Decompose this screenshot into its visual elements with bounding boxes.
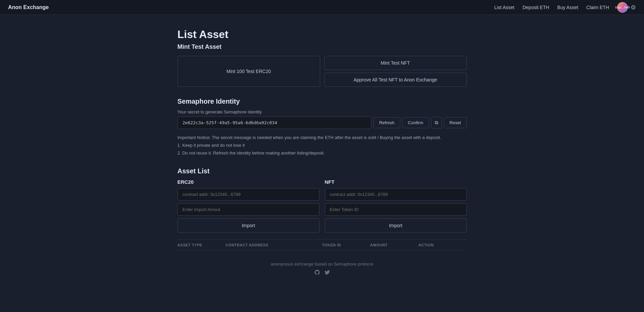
- mint-section-heading: Mint Test Asset: [178, 43, 467, 50]
- col-contract-address: CONTRACT ADDRESS: [226, 243, 322, 247]
- settings-icon[interactable]: ⚙: [631, 4, 636, 11]
- github-icon[interactable]: [314, 269, 320, 277]
- asset-table-header: ASSET TYPE CONTRACT ADDRESS TOKEN ID AMO…: [178, 239, 467, 251]
- erc20-column: ERC20 Import: [178, 179, 319, 233]
- mint-nft-button[interactable]: Mint Test NFT: [324, 56, 467, 70]
- refresh-button[interactable]: Refresh: [373, 117, 400, 128]
- erc20-amount-input[interactable]: [178, 203, 319, 216]
- navbar: Anon Exchange List Asset Deposit ETH Buy…: [0, 0, 644, 15]
- nav-link-buy-asset[interactable]: Buy Asset: [557, 5, 578, 10]
- footer-icons: [178, 269, 467, 277]
- reset-button[interactable]: Reset: [444, 117, 467, 128]
- approve-nft-button[interactable]: Approve All Test NFT to Anon Exchange: [324, 73, 467, 87]
- col-amount: AMOUNT: [370, 243, 418, 247]
- asset-list-heading: Asset List: [178, 167, 467, 175]
- secret-input[interactable]: [178, 116, 372, 129]
- copy-button[interactable]: ⧉: [431, 117, 442, 129]
- semaphore-heading: Semaphore Identity: [178, 98, 467, 105]
- mint-erc20-button[interactable]: Mint 100 Test ERC20: [178, 56, 320, 87]
- page-title: List Asset: [178, 28, 467, 41]
- mint-right-buttons: Mint Test NFT Approve All Test NFT to An…: [324, 56, 467, 87]
- semaphore-notice: Important Notice: The secret message is …: [178, 134, 467, 157]
- wallet-address: 0xa2...54f6: [615, 6, 630, 9]
- nav-link-list-asset[interactable]: List Asset: [494, 5, 515, 10]
- nft-label: NFT: [325, 179, 467, 185]
- asset-columns: ERC20 Import NFT Import: [178, 179, 467, 233]
- copy-icon: ⧉: [435, 120, 438, 125]
- secret-field-label: Your secret to generate Semaphore Identi…: [178, 109, 467, 114]
- erc20-contract-input[interactable]: [178, 188, 319, 201]
- main-content: List Asset Mint Test Asset Mint 100 Test…: [171, 15, 473, 302]
- avatar[interactable]: 0xa2...54f6: [617, 2, 628, 13]
- mint-button-row: Mint 100 Test ERC20 Mint Test NFT Approv…: [178, 56, 467, 87]
- confirm-button[interactable]: Confirm: [402, 117, 429, 128]
- nav-link-deposit-eth[interactable]: Deposit ETH: [523, 5, 549, 10]
- col-token-id: TOKEN ID: [322, 243, 370, 247]
- nav-link-claim-eth[interactable]: Claim ETH: [586, 5, 609, 10]
- secret-row: Refresh Confirm ⧉ Reset: [178, 116, 467, 129]
- nav-brand[interactable]: Anon Exchange: [8, 4, 49, 10]
- footer-text: anonymous exhcange based on Semaphore pr…: [271, 262, 373, 267]
- erc20-label: ERC20: [178, 179, 319, 185]
- notice-line3: 2. Do not reuse it. Refresh the identity…: [178, 150, 467, 157]
- notice-line1: Important Notice: The secret message is …: [178, 134, 467, 141]
- nft-contract-input[interactable]: [325, 188, 467, 201]
- footer: anonymous exhcange based on Semaphore pr…: [178, 251, 467, 282]
- nav-links: List Asset Deposit ETH Buy Asset Claim E…: [494, 2, 636, 13]
- mint-section: Mint Test Asset Mint 100 Test ERC20 Mint…: [178, 43, 467, 87]
- nft-column: NFT Import: [325, 179, 467, 233]
- notice-line2: 1. Keep it private and do not lose it: [178, 142, 467, 149]
- asset-list-section: Asset List ERC20 Import NFT Import ASSET…: [178, 167, 467, 251]
- twitter-icon[interactable]: [324, 269, 330, 277]
- erc20-import-button[interactable]: Import: [178, 218, 319, 233]
- col-action: ACTION: [418, 243, 466, 247]
- nft-token-input[interactable]: [325, 203, 467, 216]
- wallet-area: 0xa2...54f6 ⚙: [617, 2, 636, 13]
- nft-import-button[interactable]: Import: [325, 218, 467, 233]
- semaphore-section: Semaphore Identity Your secret to genera…: [178, 98, 467, 157]
- col-asset-type: ASSET TYPE: [178, 243, 226, 247]
